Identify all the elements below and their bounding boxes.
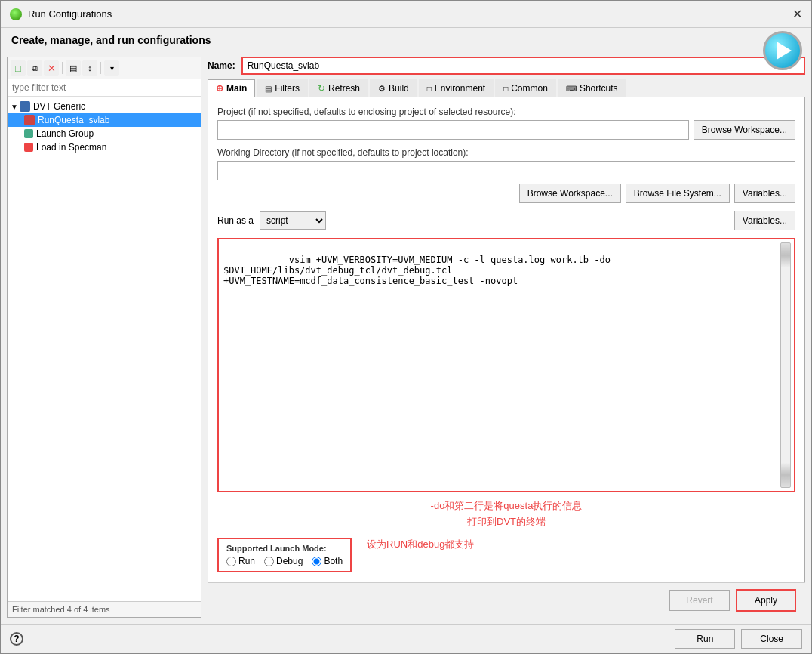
tab-main[interactable]: ⊕ Main xyxy=(208,79,255,97)
debug-radio-label[interactable]: Debug xyxy=(264,556,303,566)
both-radio[interactable] xyxy=(312,557,321,566)
main-tab-label: Main xyxy=(226,83,247,94)
title-bar-left: Run Configurations xyxy=(10,8,112,20)
tabs-bar: ⊕ Main ▤ Filters ↻ Refresh ⚙ Build □ E xyxy=(208,79,805,97)
project-input[interactable] xyxy=(217,120,689,140)
name-input[interactable] xyxy=(241,57,805,75)
browse-workspace-1-button[interactable]: Browse Workspace... xyxy=(694,120,795,140)
name-row: Name: xyxy=(208,57,805,75)
config-icon xyxy=(24,115,35,125)
run-close-buttons: Run Close xyxy=(675,629,802,649)
main-area: □ ⧉ ✕ ▤ ↕ ▾ ▼ DVT Generic xyxy=(1,51,811,624)
run-radio-label[interactable]: Run xyxy=(226,556,255,566)
apply-button[interactable]: Apply xyxy=(736,589,796,612)
tree-area: ▼ DVT Generic RunQuesta_svlab Launch Gro… xyxy=(8,97,201,601)
dvt-generic-label: DVT Generic xyxy=(33,101,85,112)
filter-button[interactable]: ▤ xyxy=(66,60,81,76)
both-radio-text: Both xyxy=(324,556,343,566)
launch-mode-title: Supported Launch Mode: xyxy=(226,544,343,553)
shortcuts-tab-icon: ⌨ xyxy=(566,85,577,93)
launch-comment-container: 设为RUN和debug都支持 xyxy=(367,538,474,551)
filter-status-text: Filter matched 4 of 4 items xyxy=(12,605,110,614)
collapse-button[interactable]: ↕ xyxy=(82,60,97,76)
env-tab-icon: □ xyxy=(427,85,432,93)
tab-refresh[interactable]: ↻ Refresh xyxy=(309,79,368,97)
runquesta-label: RunQuesta_svlab xyxy=(38,115,109,125)
working-dir-input[interactable] xyxy=(217,161,795,180)
launch-mode-row: Supported Launch Mode: Run Debug xyxy=(217,538,795,572)
specman-label: Load in Specman xyxy=(36,142,106,153)
copy-config-button[interactable]: ⧉ xyxy=(27,60,42,76)
debug-radio[interactable] xyxy=(264,557,274,566)
run-as-row: Run as a script application bash Variabl… xyxy=(217,211,795,230)
run-triangle-icon xyxy=(777,42,792,60)
common-tab-icon: □ xyxy=(503,85,508,93)
working-dir-input-row xyxy=(217,161,795,180)
tab-shortcuts[interactable]: ⌨ Shortcuts xyxy=(558,79,626,97)
filters-tab-icon: ▤ xyxy=(265,85,272,93)
working-dir-field-group: Working Directory (if not specified, def… xyxy=(217,147,795,203)
run-as-select[interactable]: script application bash xyxy=(260,211,326,230)
footer-bar: ? Run Close xyxy=(1,624,811,653)
delete-config-button[interactable]: ✕ xyxy=(44,60,59,76)
close-window-button[interactable]: ✕ xyxy=(792,7,802,21)
new-config-button[interactable]: □ xyxy=(11,60,26,76)
launch-mode-box: Supported Launch Mode: Run Debug xyxy=(217,538,352,572)
specman-icon xyxy=(24,143,33,152)
script-area-container: vsim +UVM_VERBOSITY=UVM_MEDIUM -c -l que… xyxy=(217,238,795,530)
tree-toggle-dvt: ▼ xyxy=(11,103,18,111)
filters-tab-label: Filters xyxy=(275,83,300,94)
build-tab-icon: ⚙ xyxy=(378,84,386,94)
script-content: vsim +UVM_VERBOSITY=UVM_MEDIUM -c -l que… xyxy=(223,255,611,286)
script-textarea[interactable]: vsim +UVM_VERBOSITY=UVM_MEDIUM -c -l que… xyxy=(217,238,795,492)
revert-button[interactable]: Revert xyxy=(669,590,730,611)
project-input-row: Browse Workspace... xyxy=(217,120,795,140)
run-fab-button[interactable] xyxy=(763,31,802,70)
launch-icon xyxy=(24,129,33,138)
tab-environment[interactable]: □ Environment xyxy=(419,79,494,97)
filter-status: Filter matched 4 of 4 items xyxy=(8,601,201,617)
tab-build[interactable]: ⚙ Build xyxy=(370,79,417,97)
refresh-tab-label: Refresh xyxy=(328,83,360,94)
main-tab-icon: ⊕ xyxy=(216,83,223,94)
script-scrollbar[interactable] xyxy=(780,242,791,488)
help-button[interactable]: ? xyxy=(10,632,23,646)
tree-item-runquesta[interactable]: RunQuesta_svlab xyxy=(8,113,201,127)
left-toolbar: □ ⧉ ✕ ▤ ↕ ▾ xyxy=(8,57,201,79)
project-label: Project (if not specified, defaults to e… xyxy=(217,106,795,117)
tree-item-dvt-generic[interactable]: ▼ DVT Generic xyxy=(8,100,201,113)
browse-workspace-2-button[interactable]: Browse Workspace... xyxy=(519,184,621,203)
dvt-icon xyxy=(20,101,30,112)
run-radio-text: Run xyxy=(238,556,255,566)
working-dir-buttons: Browse Workspace... Browse File System..… xyxy=(217,184,795,203)
tree-item-specman[interactable]: Load in Specman xyxy=(8,140,201,154)
close-button[interactable]: Close xyxy=(741,629,802,649)
name-label: Name: xyxy=(208,60,235,71)
toolbar-separator-1 xyxy=(62,62,63,74)
launch-mode-radios: Run Debug Both xyxy=(226,556,343,566)
tab-content-main: Project (if not specified, defaults to e… xyxy=(208,97,805,582)
variables-2-button[interactable]: Variables... xyxy=(734,211,795,230)
left-panel: □ ⧉ ✕ ▤ ↕ ▾ ▼ DVT Generic xyxy=(7,57,201,618)
filter-input[interactable] xyxy=(8,79,201,97)
app-icon xyxy=(10,8,22,20)
comment-line-2: 打印到DVT的终端 xyxy=(217,514,795,530)
window-title: Run Configurations xyxy=(28,8,112,20)
run-radio[interactable] xyxy=(226,557,236,566)
run-button[interactable]: Run xyxy=(675,629,735,649)
more-dropdown-button[interactable]: ▾ xyxy=(104,60,119,76)
tab-common[interactable]: □ Common xyxy=(495,79,556,97)
variables-1-button[interactable]: Variables... xyxy=(734,184,795,203)
launch-group-label: Launch Group xyxy=(36,128,94,139)
toolbar-separator-2 xyxy=(100,62,101,74)
page-title: Create, manage, and run configurations xyxy=(11,34,211,46)
env-tab-label: Environment xyxy=(435,83,485,94)
both-radio-label[interactable]: Both xyxy=(312,556,343,566)
common-tab-label: Common xyxy=(511,83,548,94)
tree-item-launch-group[interactable]: Launch Group xyxy=(8,127,201,140)
debug-radio-text: Debug xyxy=(276,556,303,566)
project-field-group: Project (if not specified, defaults to e… xyxy=(217,106,795,140)
right-panel: Name: ⊕ Main ▤ Filters ↻ Refresh ⚙ xyxy=(208,57,805,618)
browse-file-system-button[interactable]: Browse File System... xyxy=(626,184,730,203)
tab-filters[interactable]: ▤ Filters xyxy=(257,79,308,97)
